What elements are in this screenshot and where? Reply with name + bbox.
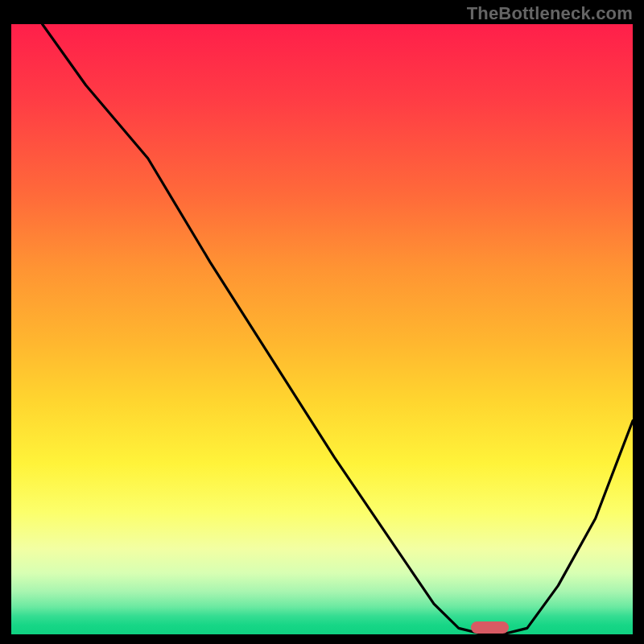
bottleneck-curve <box>11 24 633 634</box>
curve-path <box>43 24 633 634</box>
optimal-marker <box>471 621 508 634</box>
plot-area <box>11 24 633 634</box>
chart-frame: TheBottleneck.com <box>0 0 644 644</box>
watermark-text: TheBottleneck.com <box>467 3 633 24</box>
